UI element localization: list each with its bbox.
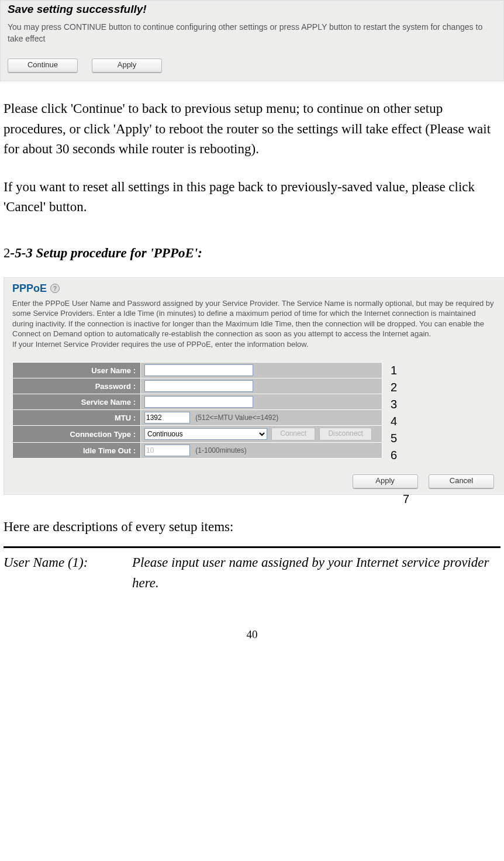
label-idle: Idle Time Out : xyxy=(13,443,141,459)
save-settings-panel: Save setting successfully! You may press… xyxy=(0,0,504,81)
divider xyxy=(4,546,500,548)
section-heading: 2-5-3 Setup procedure for 'PPPoE': xyxy=(4,246,500,261)
section-title: -5-3 Setup procedure for 'PPPoE': xyxy=(11,246,202,260)
disconnect-button[interactable]: Disconnect xyxy=(319,428,371,440)
pppoe-bottom-buttons: Apply Cancel xyxy=(12,474,498,488)
callout-5: 5 xyxy=(391,430,397,447)
idle-hint: (1-1000minutes) xyxy=(195,446,246,454)
label-conntype: Connection Type : xyxy=(13,426,141,443)
continue-button[interactable]: Continue xyxy=(8,58,78,73)
pppoe-form-wrap: User Name : Password : Service Name : MT… xyxy=(12,362,498,464)
apply-button[interactable]: Apply xyxy=(92,58,162,73)
desc-label: User Name (1): xyxy=(4,553,132,593)
page-number: 40 xyxy=(4,628,500,641)
pppoe-apply-button[interactable]: Apply xyxy=(353,474,418,488)
idle-input[interactable] xyxy=(144,445,190,456)
pppoe-form-table: User Name : Password : Service Name : MT… xyxy=(12,362,382,459)
password-input[interactable] xyxy=(144,380,253,392)
save-title: Save setting successfully! xyxy=(8,3,496,16)
paragraph-continue-apply: Please click 'Continue' to back to previ… xyxy=(4,99,500,160)
page-body: Please click 'Continue' to back to previ… xyxy=(0,99,504,641)
label-servicename: Service Name : xyxy=(13,394,141,410)
mtu-input[interactable] xyxy=(144,412,190,423)
setup-items-intro: Here are descriptions of every setup ite… xyxy=(4,519,500,535)
label-username: User Name : xyxy=(13,363,141,378)
label-mtu: MTU : xyxy=(13,410,141,426)
pppoe-title: PPPoE xyxy=(12,283,47,295)
callout-3: 3 xyxy=(391,396,397,413)
paragraph-cancel: If you want to reset all settings in thi… xyxy=(4,177,500,218)
username-input[interactable] xyxy=(144,364,253,376)
servicename-input[interactable] xyxy=(144,396,253,408)
callout-2: 2 xyxy=(391,379,397,396)
description-row: User Name (1): Please input user name as… xyxy=(4,553,500,593)
save-description: You may press CONTINUE button to continu… xyxy=(8,22,496,44)
callout-1: 1 xyxy=(391,362,397,379)
pppoe-description: Enter the PPPoE User Name and Password a… xyxy=(12,298,498,350)
section-number: 2 xyxy=(4,246,11,260)
callout-numbers: 1 2 3 4 5 6 xyxy=(391,362,397,464)
label-password: Password : xyxy=(13,378,141,394)
help-icon[interactable]: ? xyxy=(50,284,60,293)
connection-type-select[interactable]: Continuous xyxy=(144,428,267,440)
callout-7: 7 xyxy=(403,493,409,506)
pppoe-title-row: PPPoE ? xyxy=(12,283,498,295)
pppoe-panel: PPPoE ? Enter the PPPoE User Name and Pa… xyxy=(4,277,504,495)
desc-text: Please input user name assigned by your … xyxy=(132,553,500,593)
callout-4: 4 xyxy=(391,413,397,430)
callout-6: 6 xyxy=(391,447,397,464)
pppoe-cancel-button[interactable]: Cancel xyxy=(429,474,494,488)
connect-button[interactable]: Connect xyxy=(271,428,315,440)
mtu-hint: (512<=MTU Value<=1492) xyxy=(195,414,278,422)
